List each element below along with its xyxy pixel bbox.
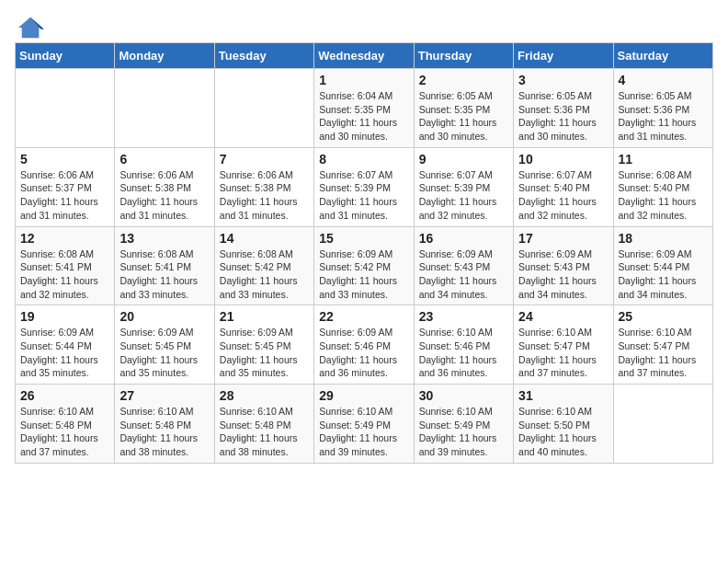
calendar-cell: 27Sunrise: 6:10 AMSunset: 5:48 PMDayligh… <box>115 385 214 464</box>
day-info: Sunrise: 6:09 AMSunset: 5:44 PMDaylight:… <box>619 247 708 302</box>
day-info: Sunrise: 6:06 AMSunset: 5:37 PMDaylight:… <box>20 168 109 223</box>
day-header-thursday: Thursday <box>414 43 513 69</box>
day-number: 24 <box>518 309 608 324</box>
day-info: Sunrise: 6:08 AMSunset: 5:41 PMDaylight:… <box>20 247 109 302</box>
day-info: Sunrise: 6:09 AMSunset: 5:44 PMDaylight:… <box>20 326 109 380</box>
day-info: Sunrise: 6:09 AMSunset: 5:42 PMDaylight:… <box>319 247 408 302</box>
day-number: 21 <box>220 309 309 324</box>
day-number: 9 <box>419 152 508 167</box>
svg-marker-0 <box>18 17 42 38</box>
day-info: Sunrise: 6:10 AMSunset: 5:48 PMDaylight:… <box>119 405 209 459</box>
calendar-cell <box>214 69 313 148</box>
day-header-wednesday: Wednesday <box>314 43 414 69</box>
day-info: Sunrise: 6:10 AMSunset: 5:49 PMDaylight:… <box>419 405 508 459</box>
day-info: Sunrise: 6:06 AMSunset: 5:38 PMDaylight:… <box>220 168 309 223</box>
day-number: 6 <box>119 152 209 167</box>
day-number: 12 <box>20 231 109 246</box>
page-header <box>15 15 713 35</box>
calendar-cell: 31Sunrise: 6:10 AMSunset: 5:50 PMDayligh… <box>514 385 613 464</box>
day-info: Sunrise: 6:04 AMSunset: 5:35 PMDaylight:… <box>319 89 408 144</box>
day-number: 22 <box>319 309 408 324</box>
day-info: Sunrise: 6:10 AMSunset: 5:48 PMDaylight:… <box>220 405 309 459</box>
calendar-cell: 25Sunrise: 6:10 AMSunset: 5:47 PMDayligh… <box>613 305 712 385</box>
day-info: Sunrise: 6:09 AMSunset: 5:45 PMDaylight:… <box>119 326 209 380</box>
day-number: 8 <box>319 152 408 167</box>
day-number: 25 <box>619 309 708 324</box>
logo <box>15 15 44 35</box>
day-number: 2 <box>419 73 508 87</box>
day-header-monday: Monday <box>115 43 214 69</box>
day-number: 4 <box>619 73 708 87</box>
day-info: Sunrise: 6:08 AMSunset: 5:42 PMDaylight:… <box>220 247 309 302</box>
day-info: Sunrise: 6:10 AMSunset: 5:49 PMDaylight:… <box>319 405 408 459</box>
calendar-cell: 29Sunrise: 6:10 AMSunset: 5:49 PMDayligh… <box>314 385 414 464</box>
day-info: Sunrise: 6:10 AMSunset: 5:47 PMDaylight:… <box>619 326 708 380</box>
calendar-cell: 26Sunrise: 6:10 AMSunset: 5:48 PMDayligh… <box>16 385 115 464</box>
calendar-cell: 20Sunrise: 6:09 AMSunset: 5:45 PMDayligh… <box>115 305 214 385</box>
day-number: 17 <box>518 231 608 246</box>
day-number: 1 <box>319 73 408 87</box>
day-info: Sunrise: 6:08 AMSunset: 5:40 PMDaylight:… <box>619 168 708 223</box>
calendar-cell: 8Sunrise: 6:07 AMSunset: 5:39 PMDaylight… <box>314 147 414 226</box>
calendar-week-2: 5Sunrise: 6:06 AMSunset: 5:37 PMDaylight… <box>16 147 713 226</box>
calendar-week-3: 12Sunrise: 6:08 AMSunset: 5:41 PMDayligh… <box>16 226 713 305</box>
day-info: Sunrise: 6:09 AMSunset: 5:45 PMDaylight:… <box>220 326 309 380</box>
calendar-cell <box>16 69 115 148</box>
calendar-cell: 10Sunrise: 6:07 AMSunset: 5:40 PMDayligh… <box>514 147 613 226</box>
day-info: Sunrise: 6:07 AMSunset: 5:40 PMDaylight:… <box>518 168 608 223</box>
calendar-week-4: 19Sunrise: 6:09 AMSunset: 5:44 PMDayligh… <box>16 305 713 385</box>
day-number: 5 <box>20 152 109 167</box>
calendar-cell: 13Sunrise: 6:08 AMSunset: 5:41 PMDayligh… <box>115 226 214 305</box>
day-info: Sunrise: 6:09 AMSunset: 5:43 PMDaylight:… <box>518 247 608 302</box>
calendar-cell: 12Sunrise: 6:08 AMSunset: 5:41 PMDayligh… <box>16 226 115 305</box>
day-number: 15 <box>319 231 408 246</box>
calendar-cell: 7Sunrise: 6:06 AMSunset: 5:38 PMDaylight… <box>214 147 313 226</box>
calendar-cell: 23Sunrise: 6:10 AMSunset: 5:46 PMDayligh… <box>414 305 513 385</box>
day-header-saturday: Saturday <box>613 43 712 69</box>
day-number: 26 <box>20 388 109 403</box>
calendar-cell: 11Sunrise: 6:08 AMSunset: 5:40 PMDayligh… <box>613 147 712 226</box>
day-number: 18 <box>619 231 708 246</box>
day-number: 11 <box>619 152 708 167</box>
day-info: Sunrise: 6:10 AMSunset: 5:50 PMDaylight:… <box>518 405 608 459</box>
day-info: Sunrise: 6:10 AMSunset: 5:46 PMDaylight:… <box>419 326 508 380</box>
calendar-table: SundayMondayTuesdayWednesdayThursdayFrid… <box>15 42 713 464</box>
calendar-cell: 16Sunrise: 6:09 AMSunset: 5:43 PMDayligh… <box>414 226 513 305</box>
day-number: 3 <box>518 73 608 87</box>
day-info: Sunrise: 6:06 AMSunset: 5:38 PMDaylight:… <box>119 168 209 223</box>
logo-icon <box>18 15 44 40</box>
calendar-cell: 30Sunrise: 6:10 AMSunset: 5:49 PMDayligh… <box>414 385 513 464</box>
day-info: Sunrise: 6:09 AMSunset: 5:43 PMDaylight:… <box>419 247 508 302</box>
day-info: Sunrise: 6:05 AMSunset: 5:35 PMDaylight:… <box>419 89 508 144</box>
day-number: 23 <box>419 309 508 324</box>
calendar-cell: 1Sunrise: 6:04 AMSunset: 5:35 PMDaylight… <box>314 69 414 148</box>
day-number: 30 <box>419 388 508 403</box>
day-header-sunday: Sunday <box>16 43 115 69</box>
day-number: 31 <box>518 388 608 403</box>
calendar-header-row: SundayMondayTuesdayWednesdayThursdayFrid… <box>16 43 713 69</box>
day-number: 28 <box>220 388 309 403</box>
day-number: 14 <box>220 231 309 246</box>
calendar-cell: 28Sunrise: 6:10 AMSunset: 5:48 PMDayligh… <box>214 385 313 464</box>
calendar-cell: 21Sunrise: 6:09 AMSunset: 5:45 PMDayligh… <box>214 305 313 385</box>
day-number: 20 <box>119 309 209 324</box>
calendar-week-1: 1Sunrise: 6:04 AMSunset: 5:35 PMDaylight… <box>16 69 713 148</box>
calendar-cell: 17Sunrise: 6:09 AMSunset: 5:43 PMDayligh… <box>514 226 613 305</box>
calendar-cell: 14Sunrise: 6:08 AMSunset: 5:42 PMDayligh… <box>214 226 313 305</box>
calendar-cell: 18Sunrise: 6:09 AMSunset: 5:44 PMDayligh… <box>613 226 712 305</box>
day-info: Sunrise: 6:05 AMSunset: 5:36 PMDaylight:… <box>619 89 708 144</box>
calendar-cell: 3Sunrise: 6:05 AMSunset: 5:36 PMDaylight… <box>514 69 613 148</box>
day-number: 13 <box>119 231 209 246</box>
day-info: Sunrise: 6:05 AMSunset: 5:36 PMDaylight:… <box>518 89 608 144</box>
day-header-tuesday: Tuesday <box>214 43 313 69</box>
calendar-cell: 22Sunrise: 6:09 AMSunset: 5:46 PMDayligh… <box>314 305 414 385</box>
calendar-cell <box>115 69 214 148</box>
calendar-cell: 24Sunrise: 6:10 AMSunset: 5:47 PMDayligh… <box>514 305 613 385</box>
day-number: 10 <box>518 152 608 167</box>
calendar-week-5: 26Sunrise: 6:10 AMSunset: 5:48 PMDayligh… <box>16 385 713 464</box>
calendar-cell: 15Sunrise: 6:09 AMSunset: 5:42 PMDayligh… <box>314 226 414 305</box>
day-number: 7 <box>220 152 309 167</box>
day-number: 29 <box>319 388 408 403</box>
day-info: Sunrise: 6:09 AMSunset: 5:46 PMDaylight:… <box>319 326 408 380</box>
day-number: 19 <box>20 309 109 324</box>
